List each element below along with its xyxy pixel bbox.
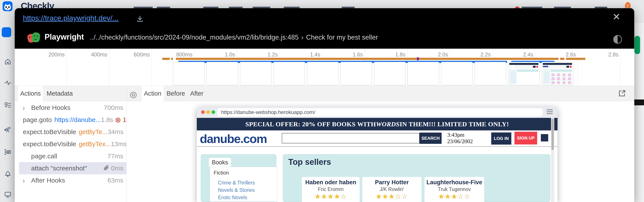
book-card[interactable]: Haben oder haben Fric Eromm ★★★★☆ — [302, 177, 360, 202]
telescope-icon[interactable] — [4, 126, 12, 133]
site-header: danube.com SEARCH 3:43pm 23/06/2002 LOG … — [197, 130, 558, 146]
books-panel: Books Fiction Crime & Thrillers Novels &… — [201, 154, 276, 202]
download-icon[interactable] — [136, 15, 144, 22]
header-rule — [197, 146, 558, 147]
network-bar — [162, 58, 170, 60]
open-external-icon[interactable] — [618, 89, 626, 98]
search-button[interactable]: SEARCH — [420, 132, 442, 144]
occluded-dark-element — [634, 100, 644, 105]
action-row-page-goto[interactable]: page.goto https://danube... 1.8s ⊗ 1 — [15, 114, 126, 126]
filmstrip-thumbnail[interactable] — [374, 62, 406, 85]
topsellers-panel: Top sellers Haben oder haben Fric Eromm … — [283, 154, 550, 202]
category-link-erotic[interactable]: Erotic Novels — [218, 195, 247, 200]
error-count: 1 — [123, 116, 126, 124]
playwright-app-name: Playwright — [44, 32, 84, 42]
site-logo[interactable]: danube.com — [200, 132, 267, 146]
tab-metadata[interactable]: Metadata — [47, 86, 73, 101]
maximize-traffic-light — [212, 110, 215, 114]
timeline-tick-label: 600ms — [134, 52, 152, 58]
screenshot-browser-window: https://danube-webshop.herokuapp.com/ SP… — [197, 106, 558, 202]
playwright-masks-logo — [26, 30, 41, 45]
filmstrip-thumbnail[interactable] — [441, 62, 472, 85]
filmstrip-thumbnail[interactable] — [307, 62, 338, 85]
filmstrip-thumbnail[interactable] — [340, 62, 372, 85]
dashboards-monitor-icon[interactable] — [4, 191, 12, 198]
books-tab[interactable]: Books — [209, 158, 231, 167]
book-card[interactable]: Laughterhouse-Five Truk Tugennov ★★★☆☆ — [424, 177, 484, 202]
alerts-bell-icon[interactable] — [4, 170, 12, 178]
filmstrip-thumbnail[interactable] — [475, 62, 506, 85]
login-button[interactable]: LOG IN — [491, 132, 512, 145]
filmstrip-thumbnail[interactable] — [542, 62, 573, 85]
tab-action[interactable]: Action — [142, 86, 164, 101]
menu-icon — [547, 109, 553, 115]
runtimes-icon[interactable] — [4, 148, 12, 156]
timeline-tick-label: 2.6s — [566, 52, 578, 58]
action-row-expect-2[interactable]: expect.toBeVisible getByTex... 13ms — [15, 138, 126, 150]
pick-locator-icon[interactable]: ◎ — [130, 90, 137, 99]
locator-text: getByTe... — [79, 128, 108, 136]
color-scheme-toggle-icon[interactable] — [613, 35, 622, 44]
filmstrip-thumbnail[interactable] — [240, 62, 272, 85]
home-icon[interactable] — [4, 58, 12, 65]
occluded-green-button — [634, 36, 640, 54]
timeline-tick-label: 1.8s — [395, 52, 407, 58]
timeline-tick-label: 2.4s — [523, 52, 535, 58]
promo-banner: SPECIAL OFFER: 20% OFF BOOKS WITH WORDS … — [197, 118, 558, 130]
action-row-after-hooks[interactable]: › After Hooks 63ms — [15, 174, 126, 186]
rating-stars: ★★★☆☆ — [424, 192, 484, 200]
cart-button[interactable] — [541, 134, 548, 142]
rating-stars: ★★★★☆ — [302, 192, 360, 200]
timeline-tick-label: 1.6s — [353, 52, 364, 58]
rating-stars: ★★★☆☆ — [362, 192, 422, 200]
tab-after[interactable]: After — [188, 86, 206, 101]
filmstrip-thumbnail[interactable] — [206, 62, 238, 85]
action-row-before-hooks[interactable]: › Before Hooks 700ms — [15, 102, 126, 114]
checkly-logo[interactable] — [2, 1, 12, 11]
actions-tabbar: Actions Metadata — [15, 86, 126, 101]
screen: Checkly https://trace.playwright.d — [0, 0, 644, 202]
filmstrip-thumbnail[interactable] — [508, 62, 540, 85]
locator-text: getByTex... — [79, 140, 111, 148]
network-bar — [176, 58, 558, 60]
test-location: ../../checkly/functions/src/2024-09/node… — [90, 34, 378, 41]
tab-before[interactable]: Before — [166, 86, 186, 101]
goto-url: https://danube... — [54, 116, 101, 124]
topsellers-heading: Top sellers — [288, 158, 331, 167]
tab-actions[interactable]: Actions — [18, 86, 43, 101]
action-row-attach-screenshot[interactable]: attach "screenshot" 0ms — [15, 162, 126, 174]
book-card[interactable]: Parry Hotter J/K Rowlin' ★★★☆☆ — [362, 177, 422, 202]
sidebar-active-item[interactable] — [2, 27, 11, 37]
filmstrip-thumbnail[interactable] — [274, 62, 305, 85]
trace-viewer-modal: https://trace.playwright.dev/... ✕ Playw… — [15, 8, 634, 202]
close-icon[interactable]: ✕ — [612, 11, 620, 22]
signup-button[interactable]: SIGN UP — [514, 132, 537, 144]
network-bar — [560, 58, 564, 60]
timeline-marker — [417, 57, 419, 60]
category-link-crime[interactable]: Crime & Thrillers — [218, 180, 255, 186]
action-row-page-call[interactable]: page.call 77ms — [15, 150, 126, 162]
category-section-label: Fiction — [214, 170, 229, 176]
filmstrip-thumbnail[interactable] — [408, 62, 439, 85]
network-bar — [566, 58, 586, 60]
checks-list-icon[interactable] — [4, 102, 12, 109]
timeline-tick-label: 2.8s — [608, 52, 620, 58]
action-row-expect-1[interactable]: expect.toBeVisible getByTe... 34ms — [15, 126, 126, 138]
panel-divider[interactable] — [126, 86, 126, 202]
page-scrollbar-thumb[interactable] — [552, 118, 554, 150]
filmstrip-thumbnail[interactable] — [173, 62, 204, 85]
close-traffic-light — [201, 110, 205, 114]
category-list: Fiction Crime & Thrillers Novels & Stori… — [210, 167, 277, 202]
browser-chrome: https://danube-webshop.herokuapp.com/ — [197, 106, 558, 118]
timeline-gridline — [620, 49, 620, 86]
minimize-traffic-light — [206, 110, 210, 114]
paperclip-icon — [103, 164, 109, 172]
monitoring-pulse-icon[interactable] — [4, 79, 12, 86]
timeline-gridline — [109, 49, 109, 86]
trace-url-link[interactable]: https://trace.playwright.dev/... — [23, 14, 118, 22]
category-link-novels[interactable]: Novels & Stories — [218, 187, 255, 193]
timeline-gridline — [152, 49, 152, 86]
datetime-label: 3:43pm 23/06/2002 — [447, 132, 484, 144]
test-title: Check for my best seller — [306, 34, 378, 41]
search-input[interactable] — [282, 133, 420, 144]
